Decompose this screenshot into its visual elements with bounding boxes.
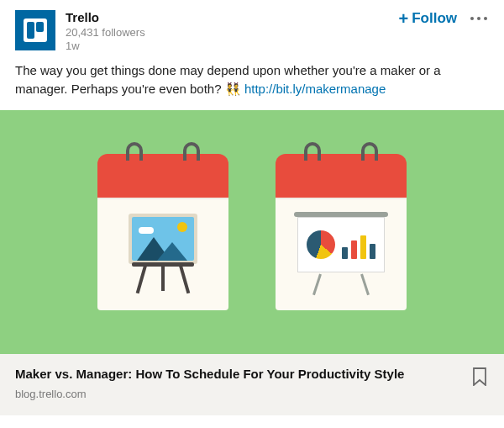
easel-icon [127,214,199,294]
calendar-maker-illustration [97,154,228,310]
svg-rect-1 [27,22,34,39]
emoji-dancers: 👯 [225,82,241,96]
followers-count: 20,431 followers [66,26,388,40]
post-link[interactable]: http://bit.ly/makermanage [244,82,386,96]
post-body: The way you get things done may depend u… [0,58,504,110]
post-header: Trello 20,431 followers 1w + Follow [0,0,504,58]
svg-rect-2 [36,22,44,32]
link-preview-image[interactable] [0,110,504,354]
follow-button[interactable]: + Follow [398,10,457,27]
author-avatar[interactable] [15,10,55,50]
plus-icon: + [398,10,408,27]
preview-domain: blog.trello.com [15,388,462,400]
author-block: Trello 20,431 followers 1w [66,10,388,53]
post-age: 1w [66,40,388,53]
trello-logo-icon [24,18,47,42]
post-card: Trello 20,431 followers 1w + Follow The … [0,0,504,415]
calendar-manager-illustration [276,154,407,310]
more-options-button[interactable] [469,13,489,24]
presentation-board-icon [294,212,388,296]
follow-label: Follow [412,10,457,27]
preview-text-block: Maker vs. Manager: How To Schedule For Y… [15,366,462,400]
header-actions: + Follow [398,10,489,27]
author-name[interactable]: Trello [66,10,388,26]
bookmark-icon [472,367,487,386]
link-preview-footer[interactable]: Maker vs. Manager: How To Schedule For Y… [0,354,504,415]
bar-chart-icon [342,230,375,259]
bookmark-button[interactable] [472,366,489,389]
pie-chart-icon [307,230,335,259]
preview-title: Maker vs. Manager: How To Schedule For Y… [15,366,462,383]
